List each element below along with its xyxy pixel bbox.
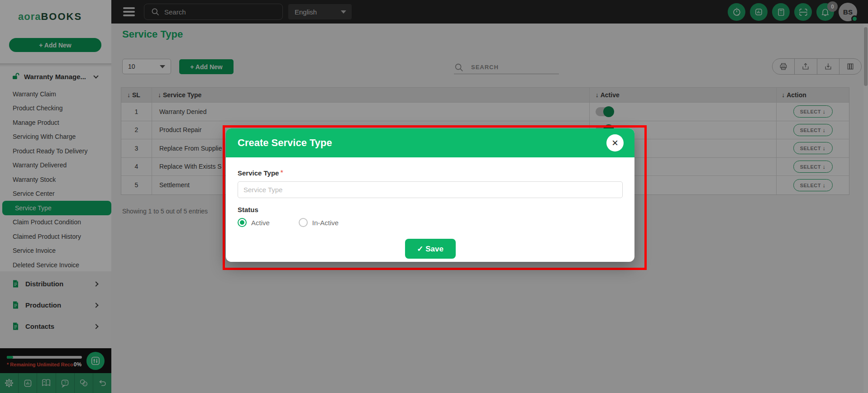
modal-header: Create Service Type × [226, 128, 634, 157]
radio-active[interactable] [238, 218, 247, 227]
service-type-input[interactable] [238, 181, 623, 198]
close-icon[interactable]: × [606, 134, 624, 152]
modal-body: Service Type* Status Active In-Active ✓ … [226, 157, 634, 259]
modal-title: Create Service Type [238, 137, 332, 149]
radio-inactive[interactable] [299, 218, 308, 227]
service-type-field-label: Service Type [238, 169, 279, 177]
status-radio-group: Active In-Active [238, 218, 623, 227]
status-label: Status [238, 206, 623, 213]
required-asterisk: * [280, 169, 283, 177]
radio-active-label: Active [251, 219, 270, 227]
save-button[interactable]: ✓ Save [405, 239, 456, 259]
create-service-type-modal: Create Service Type × Service Type* Stat… [226, 128, 634, 262]
radio-inactive-label: In-Active [312, 219, 339, 227]
check-icon: ✓ [417, 245, 423, 253]
